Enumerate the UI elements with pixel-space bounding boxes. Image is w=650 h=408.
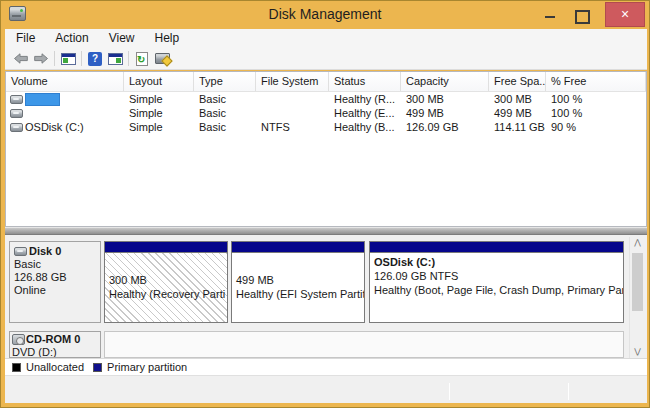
graphical-view: Disk 0 Basic 126.88 GB Online 300 MB Hea… xyxy=(5,235,647,358)
column-pct-free[interactable]: % Free xyxy=(546,72,646,91)
column-volume[interactable]: Volume xyxy=(6,72,124,91)
cell-file-system xyxy=(256,106,329,120)
cell-layout: Simple xyxy=(124,106,194,120)
partition-status: Healthy (EFI System Partit xyxy=(236,287,364,301)
toolbar-separator xyxy=(81,51,82,66)
cell-file-system xyxy=(256,92,329,106)
toolbar: ? ↻ xyxy=(5,48,647,70)
cell-capacity: 499 MB xyxy=(401,106,489,120)
primary-partition-swatch xyxy=(93,363,102,372)
title-bar: Disk Management × xyxy=(1,1,649,29)
menu-help[interactable]: Help xyxy=(145,29,190,48)
column-status[interactable]: Status xyxy=(329,72,401,91)
partition-size: 126.09 GB NTFS xyxy=(374,269,623,283)
disk0-name: Disk 0 xyxy=(29,245,61,258)
menu-file[interactable]: File xyxy=(5,29,45,48)
minimize-button[interactable] xyxy=(535,7,565,25)
maximize-button[interactable] xyxy=(565,7,595,25)
cell-free-space: 499 MB xyxy=(489,106,546,120)
forward-button[interactable] xyxy=(31,50,51,68)
cell-status: Healthy (E... xyxy=(329,106,401,120)
cdrom-kind: DVD (D:) xyxy=(12,346,100,358)
partition-efi[interactable]: 499 MB Healthy (EFI System Partit xyxy=(231,241,365,323)
selected-volume-name xyxy=(25,93,60,106)
cell-type: Basic xyxy=(194,106,256,120)
disk0-kind: Basic xyxy=(14,258,100,271)
volume-icon xyxy=(10,123,23,132)
cell-layout: Simple xyxy=(124,120,194,134)
forward-arrow-icon xyxy=(34,53,48,64)
cell-free-space: 300 MB xyxy=(489,92,546,106)
scroll-up-icon[interactable]: ⋀ xyxy=(630,237,645,249)
refresh-button[interactable]: ↻ xyxy=(132,50,152,68)
cdrom-name: CD-ROM 0 xyxy=(26,333,80,346)
volume-row-recovery[interactable]: Simple Basic Healthy (R... 300 MB 300 MB… xyxy=(6,92,646,106)
menu-action[interactable]: Action xyxy=(45,29,98,48)
partition-color-bar xyxy=(370,242,623,253)
primary-partition-label: Primary partition xyxy=(107,361,187,373)
disk0-label[interactable]: Disk 0 Basic 126.88 GB Online xyxy=(9,241,101,323)
column-file-system[interactable]: File System xyxy=(256,72,329,91)
cdrom-media-area[interactable] xyxy=(104,331,624,358)
cell-layout: Simple xyxy=(124,92,194,106)
legend-bar: Unallocated Primary partition xyxy=(5,358,647,375)
back-arrow-icon xyxy=(14,53,28,64)
disk-properties-icon xyxy=(155,53,170,64)
pane-splitter[interactable] xyxy=(5,227,647,235)
column-free-space[interactable]: Free Spa... xyxy=(489,72,546,91)
cell-free-space: 114.11 GB xyxy=(489,120,546,134)
refresh-icon: ↻ xyxy=(136,52,148,66)
cell-file-system: NTFS xyxy=(256,120,329,134)
back-button[interactable] xyxy=(11,50,31,68)
partition-color-bar xyxy=(232,242,364,253)
vertical-scrollbar[interactable]: ⋀ ⋁ xyxy=(629,237,644,358)
cell-status: Healthy (B... xyxy=(329,120,401,134)
cell-type: Basic xyxy=(194,92,256,106)
cdrom-label[interactable]: CD-ROM 0 DVD (D:) xyxy=(9,331,101,358)
column-layout[interactable]: Layout xyxy=(124,72,194,91)
cell-pct-free: 100 % xyxy=(546,106,646,120)
cell-capacity: 126.09 GB xyxy=(401,120,489,134)
disk-icon xyxy=(14,247,27,256)
unallocated-label: Unallocated xyxy=(26,361,84,373)
menu-bar: File Action View Help xyxy=(5,29,647,48)
status-bar xyxy=(5,375,647,403)
scrollbar-thumb[interactable] xyxy=(632,253,643,311)
action-pane-icon xyxy=(108,53,123,65)
cell-type: Basic xyxy=(194,120,256,134)
menu-view[interactable]: View xyxy=(99,29,145,48)
cell-pct-free: 100 % xyxy=(546,92,646,106)
close-button[interactable]: × xyxy=(605,2,645,27)
volume-icon xyxy=(10,95,23,104)
partition-size: 300 MB xyxy=(109,273,227,287)
help-button[interactable]: ? xyxy=(85,50,105,68)
console-tree-icon xyxy=(61,53,76,65)
disk-properties-button[interactable] xyxy=(152,50,172,68)
column-type[interactable]: Type xyxy=(194,72,256,91)
cell-capacity: 300 MB xyxy=(401,92,489,106)
volume-row-osdisk[interactable]: OSDisk (C:) Simple Basic NTFS Healthy (B… xyxy=(6,120,646,134)
disk-management-window: Disk Management × File Action View Help … xyxy=(0,0,650,408)
show-action-pane-button[interactable] xyxy=(105,50,125,68)
volume-row-efi[interactable]: Simple Basic Healthy (E... 499 MB 499 MB… xyxy=(6,106,646,120)
cdrom-icon xyxy=(12,334,25,345)
volume-name: OSDisk (C:) xyxy=(25,120,84,134)
partition-status: Healthy (Boot, Page File, Crash Dump, Pr… xyxy=(374,283,623,297)
volume-list: Volume Layout Type File System Status Ca… xyxy=(5,71,647,227)
toolbar-separator xyxy=(128,51,129,66)
column-capacity[interactable]: Capacity xyxy=(401,72,489,91)
partition-color-bar xyxy=(105,242,227,253)
show-console-tree-button[interactable] xyxy=(58,50,78,68)
partition-size: 499 MB xyxy=(236,273,364,287)
partition-recovery[interactable]: 300 MB Healthy (Recovery Parti xyxy=(104,241,228,323)
disk0-size: 126.88 GB xyxy=(14,271,100,284)
volume-icon xyxy=(10,109,23,118)
status-bar-separator xyxy=(449,383,450,400)
partition-name: OSDisk (C:) xyxy=(374,255,623,269)
unallocated-swatch xyxy=(12,363,21,372)
partition-status: Healthy (Recovery Parti xyxy=(109,287,227,301)
partition-osdisk[interactable]: OSDisk (C:) 126.09 GB NTFS Healthy (Boot… xyxy=(369,241,624,323)
toolbar-separator xyxy=(54,51,55,66)
help-icon: ? xyxy=(88,52,102,66)
scroll-down-icon[interactable]: ⋁ xyxy=(630,346,645,358)
